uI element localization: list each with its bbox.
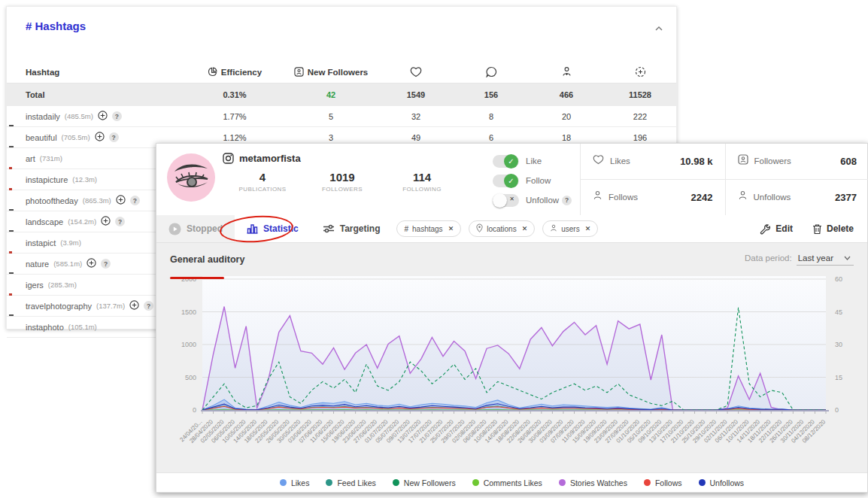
left-axis-tick: 500 — [185, 374, 196, 381]
legend-dot — [699, 479, 706, 486]
help-icon[interactable]: ? — [562, 196, 572, 205]
row-marker — [9, 209, 14, 211]
profile-stat: 114FOLLOWING — [382, 171, 462, 193]
col-new-followers: New Followers — [284, 67, 378, 77]
tab-bar: Stopped Statistic Targeting #hashtags✕lo… — [156, 215, 867, 243]
data-period-select[interactable]: Last year — [797, 254, 854, 266]
toggle-switch-like[interactable]: ✓ — [493, 155, 519, 168]
bar-chart-icon — [247, 223, 258, 234]
cell-efficiency: 0.31% — [186, 90, 284, 99]
cell-comments: 6 — [454, 133, 529, 142]
profile-stat-label: FOLLOWING — [382, 186, 462, 193]
row-marker — [9, 251, 12, 254]
cell-comments: 8 — [454, 112, 529, 121]
status-stopped[interactable]: Stopped — [156, 215, 235, 242]
add-hashtag-button[interactable] — [129, 300, 139, 311]
toggle-label: Follow — [526, 176, 551, 185]
action-toggles: ✓Like✓Follow✕Unfollow? — [493, 151, 572, 210]
tab-statistic[interactable]: Statistic — [235, 215, 311, 242]
follower-badge-icon — [294, 67, 304, 77]
hashtag-count: (865.3m) — [83, 196, 111, 205]
avatar-eye-art — [167, 153, 215, 202]
left-axis-tick: 0 — [193, 406, 196, 414]
collapse-chevron-icon[interactable] — [655, 25, 663, 32]
hashtag-name: igers — [26, 281, 44, 290]
user-icon — [593, 190, 602, 204]
add-hashtag-button[interactable] — [116, 195, 126, 206]
profile-stat-value: 1019 — [302, 171, 382, 184]
plus-circle-icon — [116, 195, 126, 205]
legend-label: Follows — [655, 478, 682, 487]
follower-badge-icon — [738, 154, 748, 168]
hashtag-name: travelphotography — [26, 302, 92, 311]
edit-button[interactable]: Edit — [760, 223, 793, 235]
right-axis-tick: 0 — [835, 406, 839, 414]
chip-remove-icon[interactable]: ✕ — [522, 225, 528, 232]
tab-targeting[interactable]: Targeting — [311, 215, 393, 242]
cell-efficiency: 1.12% — [186, 133, 284, 142]
profile-stats: 4PUBLICATIONS1019FOLLOWERS114FOLLOWING — [223, 171, 462, 193]
toggle-switch-unfollow[interactable]: ✕ — [493, 194, 519, 207]
pie-chart-icon — [208, 67, 217, 77]
legend-dot — [644, 479, 651, 486]
chevron-down-icon — [844, 256, 851, 260]
add-hashtag-button[interactable] — [98, 111, 108, 122]
plus-circle-icon — [98, 111, 108, 120]
profile-stat-value: 4 — [223, 171, 302, 184]
x-axis-labels: 24/04/20...28/04/202002/05/202006/05/202… — [178, 411, 827, 445]
data-period-label: Data period: — [745, 254, 792, 263]
play-icon — [168, 223, 181, 235]
chip-remove-icon[interactable]: ✕ — [585, 225, 591, 232]
col-comments — [454, 66, 529, 77]
toggle-label: Like — [526, 156, 542, 165]
chip-remove-icon[interactable]: ✕ — [448, 225, 454, 232]
section-title: General auditory — [170, 254, 244, 265]
legend-dot — [472, 479, 479, 486]
stat-card-value: 608 — [840, 156, 857, 167]
legend-item-follows: Follows — [644, 478, 682, 487]
user-icon — [738, 190, 748, 204]
plus-circle-icon — [95, 132, 105, 141]
stat-card-label: Followers — [754, 156, 791, 165]
legend-item-feed-likes: Feed Likes — [326, 478, 375, 487]
row-marker — [9, 293, 12, 296]
cell-new-followers: 42 — [284, 90, 378, 99]
add-hashtag-button[interactable] — [95, 132, 105, 143]
toggle-knob-on: ✓ — [504, 154, 518, 169]
profile-stat: 4PUBLICATIONS — [223, 171, 302, 193]
add-hashtag-button[interactable] — [86, 258, 96, 269]
cell-new-followers: 3 — [284, 133, 378, 142]
chip-users: users✕ — [542, 220, 598, 237]
help-icon[interactable]: ? — [144, 301, 153, 311]
profile-stat-label: PUBLICATIONS — [223, 186, 302, 193]
toggle-off-x: ✕ — [509, 196, 514, 202]
delete-button[interactable]: Delete — [812, 223, 854, 235]
legend-label: Comments Likes — [484, 478, 542, 487]
stat-card-label: Follows — [609, 193, 638, 202]
stat-card-value: 2242 — [691, 192, 713, 203]
stat-card-followers: Followers608 — [725, 144, 868, 180]
toggle-unfollow: ✕Unfollow? — [493, 190, 572, 210]
hashtag-count: (731m) — [40, 154, 62, 162]
story-views-icon — [635, 66, 646, 77]
help-icon[interactable]: ? — [101, 259, 111, 269]
stat-card-label: Likes — [610, 156, 630, 165]
legend-item-likes: Likes — [280, 478, 310, 487]
sliders-icon — [323, 223, 335, 234]
toggle-label: Unfollow? — [526, 196, 572, 205]
help-icon[interactable]: ? — [109, 132, 119, 142]
hashtag-name: instaphoto — [26, 323, 64, 332]
help-icon[interactable]: ? — [112, 111, 122, 121]
hashtag-count: (585.1m) — [53, 260, 82, 268]
toggle-switch-follow[interactable]: ✓ — [493, 175, 519, 187]
hashtag-count: (705.5m) — [62, 133, 90, 141]
cell-story-views: 222 — [604, 112, 676, 121]
stat-card-likes: Likes10.98 k — [581, 144, 725, 180]
left-axis-tick: 1500 — [181, 308, 196, 316]
add-hashtag-button[interactable] — [101, 216, 111, 227]
likes-heart-icon — [410, 66, 422, 77]
help-icon[interactable]: ? — [115, 217, 125, 226]
row-marker — [9, 188, 12, 190]
help-icon[interactable]: ? — [130, 196, 140, 205]
hashtag-name: landscape — [26, 217, 63, 226]
